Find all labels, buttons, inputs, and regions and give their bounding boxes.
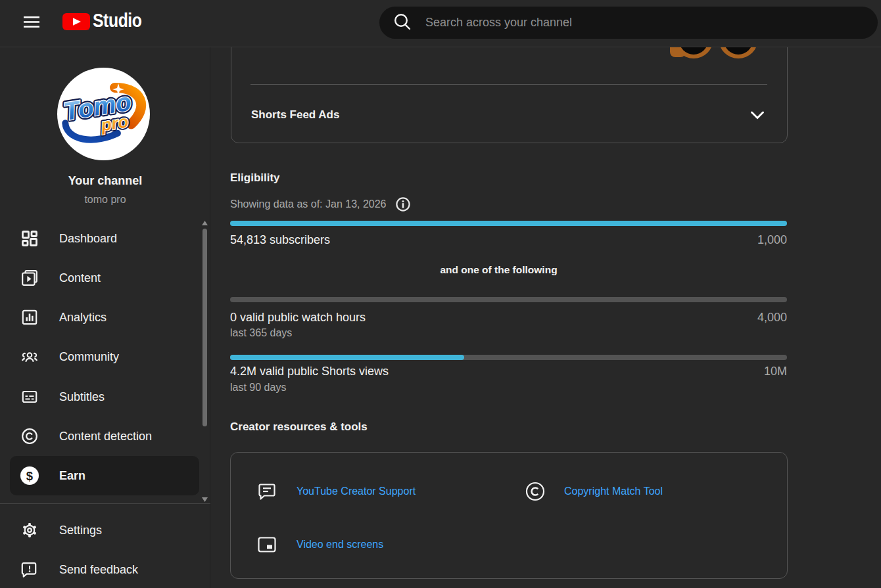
svg-text:$: $ [26,469,34,483]
